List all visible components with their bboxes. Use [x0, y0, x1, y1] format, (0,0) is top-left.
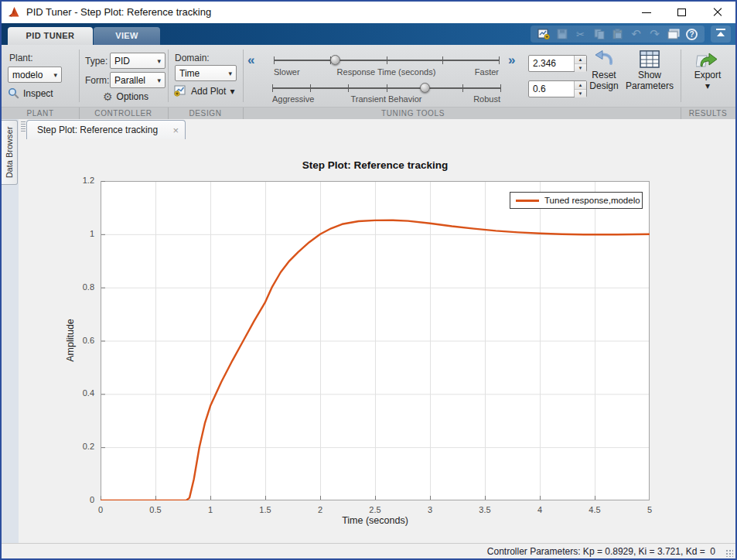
show-parameters-button[interactable]: Show Parameters — [624, 50, 675, 91]
transient-behavior-slider[interactable] — [272, 82, 500, 94]
form-label: Form: — [85, 75, 109, 86]
x-tick-label: 0.5 — [140, 505, 171, 514]
ribbon-section-strip: PLANT CONTROLLER DESIGN TUNING TOOLS RES… — [2, 107, 735, 119]
y-tick-label: 0.2 — [65, 442, 94, 451]
maximize-button[interactable] — [664, 2, 700, 23]
maximize-icon — [677, 9, 686, 16]
legend-entry-label: Tuned response,modelo — [544, 196, 640, 205]
x-tick-label: 4.5 — [579, 505, 610, 514]
domain-label: Domain: — [175, 53, 210, 63]
x-tick-label: 3.5 — [469, 505, 500, 514]
plant-label: Plant: — [9, 53, 33, 63]
collapse-ribbon-button[interactable] — [711, 26, 731, 43]
ribbon: Plant: modelo▾ Inspect Type: PID▾ Form: … — [2, 45, 735, 107]
pid-tuner-window: PID Tuner - Step Plot: Reference trackin… — [0, 0, 737, 560]
data-browser-tab[interactable]: Data Browser — [2, 120, 18, 185]
type-label: Type: — [85, 56, 107, 67]
x-tick-label: 2 — [305, 505, 336, 514]
section-label-controller: CONTROLLER — [79, 109, 168, 118]
export-button[interactable]: Export ▾ — [687, 50, 728, 91]
x-axis-label: Time (seconds) — [101, 515, 650, 526]
add-plot-icon — [174, 85, 187, 97]
ribbon-tab-strip: PID TUNER VIEW ✂ ↶ ↷ ? — [2, 23, 735, 45]
data-browser-strip: Data Browser — [2, 119, 19, 543]
section-label-results: RESULTS — [681, 109, 735, 118]
matlab-logo-icon — [8, 6, 21, 19]
chevrons-right-icon[interactable]: » — [508, 53, 515, 68]
chevron-down-icon: ▾ — [53, 71, 57, 79]
slider-right-caption: Robust — [272, 94, 500, 104]
status-bar: Controller Parameters: Kp = 0.8929, Ki =… — [2, 543, 735, 558]
gear-icon: ⚙ — [103, 90, 113, 103]
chevrons-left-icon[interactable]: « — [247, 53, 254, 68]
y-tick-label: 1 — [65, 229, 94, 238]
reset-design-button[interactable]: Reset Design — [582, 50, 626, 91]
minimize-button[interactable] — [629, 2, 664, 23]
x-tick-label: 3 — [415, 505, 445, 514]
x-tick-label: 4 — [524, 505, 555, 514]
tab-pid-tuner[interactable]: PID TUNER — [8, 27, 93, 45]
chevron-down-icon: ▾ — [157, 57, 161, 65]
close-button[interactable] — [700, 2, 735, 23]
undo-icon[interactable]: ↶ — [630, 28, 643, 41]
chevron-down-icon: ▾ — [157, 77, 161, 84]
plant-dropdown[interactable]: modelo▾ — [8, 67, 62, 83]
options-button[interactable]: ⚙ Options — [103, 90, 148, 103]
copy-icon[interactable] — [592, 28, 606, 41]
windows-icon[interactable] — [667, 28, 680, 41]
help-icon[interactable]: ? — [685, 28, 698, 41]
y-tick-label: 0.4 — [65, 388, 94, 398]
transient-behavior-input[interactable] — [529, 81, 574, 97]
transient-behavior-slider-thumb[interactable] — [420, 83, 430, 93]
magnifier-icon — [8, 87, 19, 99]
cut-icon[interactable]: ✂ — [574, 28, 587, 41]
export-icon — [696, 50, 719, 70]
x-tick-label: 5 — [634, 505, 665, 514]
legend-line-sample — [516, 200, 539, 202]
x-tick-label: 0 — [85, 505, 116, 514]
x-tick-label: 1.5 — [250, 505, 281, 514]
legend: Tuned response,modelo — [510, 192, 643, 209]
slider-right-caption: Faster — [274, 67, 499, 77]
chevron-down-icon: ▾ — [228, 70, 232, 77]
table-icon — [639, 50, 660, 70]
transient-behavior-spinner: ▲▼ — [528, 80, 587, 97]
y-tick-label: 0 — [65, 495, 94, 504]
y-tick-label: 1.2 — [65, 176, 94, 185]
quick-access-toolbar: ✂ ↶ ↷ ? — [531, 26, 705, 43]
y-tick-label: 0.6 — [65, 336, 94, 345]
response-time-slider-thumb[interactable] — [330, 55, 340, 65]
controller-parameters-text: Controller Parameters: Kp = 0.8929, Ki =… — [487, 546, 715, 557]
document-area: Data Browser Step Plot: Reference tracki… — [2, 119, 735, 543]
chart-title: Step Plot: Reference tracking — [101, 159, 650, 171]
undo-icon — [593, 50, 615, 70]
resize-grip[interactable] — [725, 549, 733, 557]
add-plot-button[interactable]: Add Plot ▾ — [174, 85, 234, 97]
tab-view[interactable]: VIEW — [94, 27, 160, 45]
title-bar: PID Tuner - Step Plot: Reference trackin… — [2, 2, 735, 23]
chevron-down-icon: ▾ — [230, 86, 234, 97]
y-tick-label: 0.8 — [65, 282, 94, 292]
chevron-down-icon: ▾ — [705, 80, 710, 91]
inspect-button[interactable]: Inspect — [8, 87, 53, 99]
section-label-tuning-tools: TUNING TOOLS — [243, 109, 583, 118]
x-tick-label: 1 — [195, 505, 226, 514]
new-figure-icon[interactable] — [537, 28, 550, 41]
collapse-ribbon-icon — [716, 29, 725, 30]
section-label-plant: PLANT — [2, 109, 79, 118]
form-dropdown[interactable]: Parallel▾ — [110, 72, 165, 88]
step-plot-figure: Step Plot: Reference tracking Amplitude … — [19, 119, 735, 543]
response-time-spinner: ▲▼ — [528, 55, 587, 72]
save-icon[interactable] — [555, 28, 568, 41]
axes-area — [101, 181, 650, 500]
section-label-design: DESIGN — [168, 109, 243, 118]
response-time-slider[interactable] — [274, 54, 499, 67]
type-dropdown[interactable]: PID▾ — [110, 53, 165, 69]
response-time-input[interactable] — [529, 56, 574, 71]
paste-icon[interactable] — [611, 28, 624, 41]
x-tick-label: 2.5 — [360, 505, 391, 514]
window-title: PID Tuner - Step Plot: Reference trackin… — [26, 6, 211, 18]
redo-icon[interactable]: ↷ — [648, 28, 661, 41]
domain-dropdown[interactable]: Time▾ — [175, 65, 237, 81]
minimize-icon — [642, 12, 651, 13]
